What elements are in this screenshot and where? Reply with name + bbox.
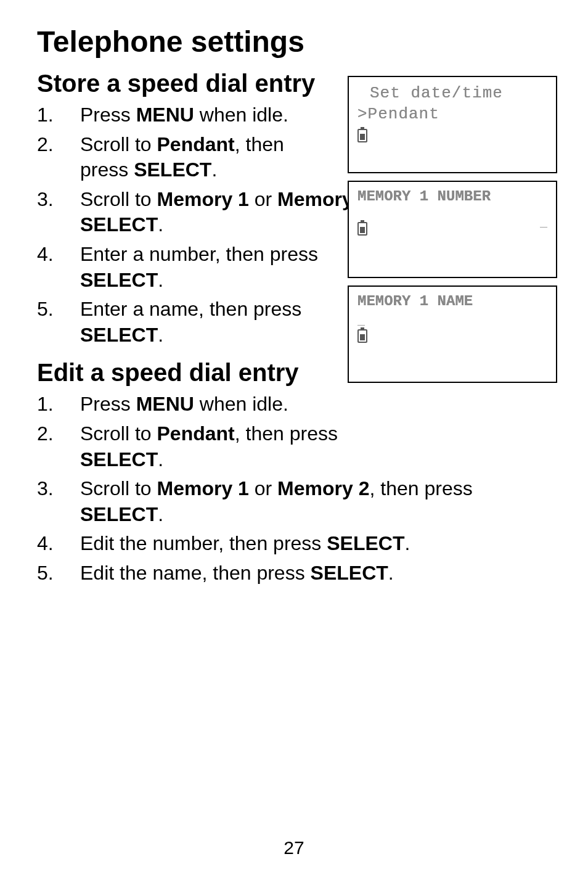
list-item: 3. Scroll to Memory 1 or Memory 2, then … — [37, 476, 551, 527]
battery-icon — [357, 129, 367, 142]
step-number: 1. — [37, 102, 54, 128]
step-number: 2. — [37, 421, 54, 447]
list-item: 2. Scroll to Pendant, then press SELECT. — [37, 421, 382, 472]
list-item: 5. Enter a name, then press SELECT. — [37, 297, 357, 348]
step-number: 5. — [37, 297, 54, 322]
battery-icon — [357, 222, 367, 236]
step-number: 3. — [37, 187, 54, 213]
lcd-title: MEMORY 1 NAME — [357, 293, 547, 310]
list-item: 1. Press MENU when idle. — [37, 102, 357, 128]
step-number: 2. — [37, 132, 54, 158]
lcd-line: >Pendant — [357, 104, 547, 125]
step-number: 4. — [37, 242, 54, 268]
list-item: 4. Enter a number, then press SELECT. — [37, 242, 357, 293]
step-number: 3. — [37, 476, 54, 502]
list-item: 1. Press MENU when idle. — [37, 392, 382, 417]
page-number: 27 — [0, 837, 588, 858]
lcd-screens: Set date/time >Pendant MEMORY 1 NUMBER _… — [348, 76, 557, 383]
list-item: 5. Edit the name, then press SELECT. — [37, 561, 551, 586]
lcd-screen-name: MEMORY 1 NAME _ — [348, 285, 557, 383]
cursor-icon: _ — [357, 311, 547, 326]
cursor-icon: _ — [540, 213, 547, 228]
battery-icon — [357, 329, 367, 343]
page-title: Telephone settings — [37, 25, 551, 59]
list-item: 4. Edit the number, then press SELECT. — [37, 531, 551, 557]
step-number: 5. — [37, 561, 54, 586]
step-number: 4. — [37, 531, 54, 557]
lcd-screen-number: MEMORY 1 NUMBER _ — [348, 181, 557, 278]
lcd-screen-menu: Set date/time >Pendant — [348, 76, 557, 173]
lcd-title: MEMORY 1 NUMBER — [357, 188, 547, 205]
edit-steps-list: 1. Press MENU when idle. 2. Scroll to Pe… — [37, 392, 551, 586]
lcd-line: Set date/time — [357, 83, 547, 104]
list-item: 2. Scroll to Pendant, then press SELECT. — [37, 132, 308, 183]
step-number: 1. — [37, 392, 54, 417]
